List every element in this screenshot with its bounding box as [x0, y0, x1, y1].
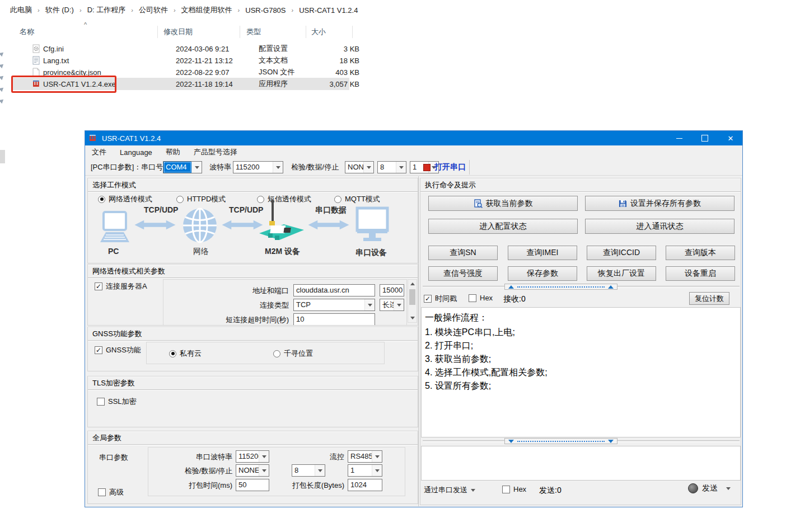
receive-log-textarea[interactable]: 一般操作流程： 1. 模块连PC串口,上电; 2. 打开串口; 3. 获取当前参… [421, 307, 741, 437]
minimize-button[interactable] [670, 131, 689, 145]
server-a-checkbox[interactable]: 连接服务器A [95, 281, 147, 291]
enter-comm-state-button[interactable]: 进入通讯状态 [585, 219, 734, 234]
chevron-down-icon[interactable] [394, 299, 404, 310]
server-port-input[interactable]: 15000 [380, 284, 404, 296]
factory-reset-button[interactable]: 恢复出厂设置 [587, 266, 656, 281]
send-via-serial-dropdown[interactable]: 通过串口发送 [424, 485, 475, 495]
breadcrumb-item[interactable]: D: 工作程序 [87, 5, 126, 15]
breadcrumb-item[interactable]: USR-CAT1 V1.2.4 [299, 6, 358, 15]
splitter-collapse-down[interactable] [504, 438, 617, 444]
file-row-lang-txt[interactable]: Lang.txt 2022-11-21 13:12 文本文档 18 KB [12, 54, 349, 67]
radio-mqtt-mode[interactable]: MQTT模式 [334, 194, 380, 204]
breadcrumb-item[interactable]: 公司软件 [139, 5, 168, 15]
menu-product-model[interactable]: 产品型号选择 [194, 147, 237, 157]
splitter-collapse-up[interactable] [504, 284, 617, 290]
server-address-input[interactable]: clouddata.usr.cn [293, 284, 375, 296]
serial-baud-select[interactable]: 115200 [236, 450, 269, 463]
send-button[interactable]: 发送 [688, 483, 731, 493]
global-parity-select[interactable]: NONE [236, 464, 269, 477]
reset-counter-button[interactable]: 复位计数 [689, 292, 729, 305]
breadcrumb-item[interactable]: 文档组使用软件 [181, 5, 232, 15]
radio-httpd-mode[interactable]: HTTPD模式 [176, 194, 226, 204]
conn-type-select[interactable]: TCP [293, 299, 375, 311]
collapse-down-icon[interactable] [508, 440, 514, 443]
scroll-up-icon[interactable] [408, 280, 417, 288]
breadcrumb-item[interactable]: USR-G780S [245, 6, 286, 15]
maximize-button[interactable] [695, 131, 714, 145]
chevron-down-icon[interactable] [471, 489, 475, 492]
column-header-type[interactable]: 类型 [246, 27, 261, 37]
column-divider[interactable] [240, 26, 240, 38]
column-header-date[interactable]: 修改日期 [163, 27, 193, 37]
chevron-down-icon[interactable] [273, 162, 283, 173]
scrollbar-thumb[interactable] [409, 289, 415, 305]
splitter-grip-dots[interactable] [517, 286, 605, 288]
global-databits-select[interactable]: 8 [292, 464, 325, 477]
chevron-down-icon[interactable] [259, 451, 269, 462]
query-version-button[interactable]: 查询版本 [666, 246, 735, 260]
chevron-down-icon[interactable] [191, 162, 202, 173]
keepalive-select[interactable]: 长连接 [380, 299, 404, 311]
send-hex-checkbox[interactable]: Hex [502, 485, 526, 493]
query-iccid-button[interactable]: 查询ICCID [587, 246, 656, 260]
chevron-down-icon[interactable] [364, 299, 375, 310]
close-button[interactable]: ✕ [721, 131, 740, 145]
menu-help[interactable]: 帮助 [166, 147, 180, 157]
collapse-up-icon[interactable] [608, 285, 614, 289]
flow-control-select[interactable]: RS485 [348, 450, 382, 463]
chevron-down-icon[interactable] [726, 487, 731, 490]
chevron-down-icon[interactable] [396, 162, 406, 173]
column-divider[interactable] [306, 26, 306, 38]
menu-file[interactable]: 文件 [92, 147, 106, 157]
get-current-params-button[interactable]: 获取当前参数 [428, 196, 578, 211]
net-params-scrollbar[interactable] [408, 279, 417, 323]
menu-language[interactable]: Language [120, 148, 152, 157]
parity-select[interactable]: NONI [345, 161, 374, 173]
timestamp-checkbox[interactable]: 时间戳 [424, 294, 457, 304]
breadcrumb-item[interactable]: 软件 (D:) [45, 5, 74, 15]
pack-length-input[interactable]: 1024 [348, 479, 382, 491]
set-save-all-params-button[interactable]: 设置并保存所有参数 [585, 196, 734, 211]
scroll-down-icon[interactable] [408, 314, 417, 322]
gnss-enable-checkbox[interactable]: GNSS功能 [95, 345, 141, 355]
collapse-up-icon[interactable] [508, 285, 514, 289]
breadcrumb-item[interactable]: 此电脑 [10, 5, 32, 15]
chevron-down-icon[interactable] [363, 162, 373, 173]
chevron-down-icon[interactable] [372, 465, 382, 476]
radio-net-transparent-mode[interactable]: 网络透传模式 [98, 194, 152, 204]
chevron-down-icon[interactable] [259, 465, 269, 476]
chevron-down-icon[interactable] [372, 451, 382, 462]
radio-qianxun-location[interactable]: 千寻位置 [273, 349, 313, 359]
global-stopbits-select[interactable]: 1 [348, 464, 382, 477]
short-conn-timeout-input[interactable]: 10 [293, 313, 375, 326]
send-textarea[interactable] [421, 446, 741, 481]
chevron-down-icon[interactable] [315, 465, 325, 476]
file-row-cfg-ini[interactable]: Cfg.ini 2024-03-06 9:21 配置设置 3 KB [12, 43, 349, 55]
column-header-size[interactable]: 大小 [311, 27, 326, 37]
column-divider[interactable] [352, 26, 353, 38]
collapse-down-icon[interactable] [608, 440, 614, 443]
ssl-checkbox[interactable]: SSL加密 [97, 397, 137, 407]
save-params-button[interactable]: 保存参数 [508, 266, 577, 281]
log-line: 4. 选择工作模式,配置相关参数; [425, 366, 548, 379]
column-header-name[interactable]: 名称 [20, 27, 34, 37]
radio-private-cloud[interactable]: 私有云 [169, 349, 202, 359]
device-restart-button[interactable]: 设备重启 [666, 266, 735, 281]
baud-select[interactable]: 115200 [233, 161, 283, 173]
panel-divider[interactable] [418, 176, 419, 506]
open-serial-button[interactable]: 打开串口 [423, 161, 466, 174]
databits-select[interactable]: 8 [377, 161, 406, 173]
query-signal-button[interactable]: 查信号强度 [428, 266, 498, 281]
query-sn-button[interactable]: 查询SN [428, 246, 498, 260]
com-port-select[interactable]: COM4 [163, 161, 202, 173]
pack-time-input[interactable]: 50 [236, 479, 269, 491]
recv-hex-checkbox[interactable]: Hex [469, 294, 493, 302]
file-date: 2022-08-22 9:07 [176, 68, 229, 77]
cut-off-scrollbar[interactable] [0, 150, 5, 163]
advanced-checkbox[interactable]: 高级 [98, 487, 124, 497]
splitter-grip-dots[interactable] [517, 441, 605, 442]
column-divider[interactable] [157, 26, 158, 38]
query-imei-button[interactable]: 查询IMEI [508, 246, 577, 260]
enter-config-state-button[interactable]: 进入配置状态 [428, 219, 578, 234]
title-bar[interactable]: USR-CAT1 V1.2.4 ✕ [85, 131, 742, 145]
